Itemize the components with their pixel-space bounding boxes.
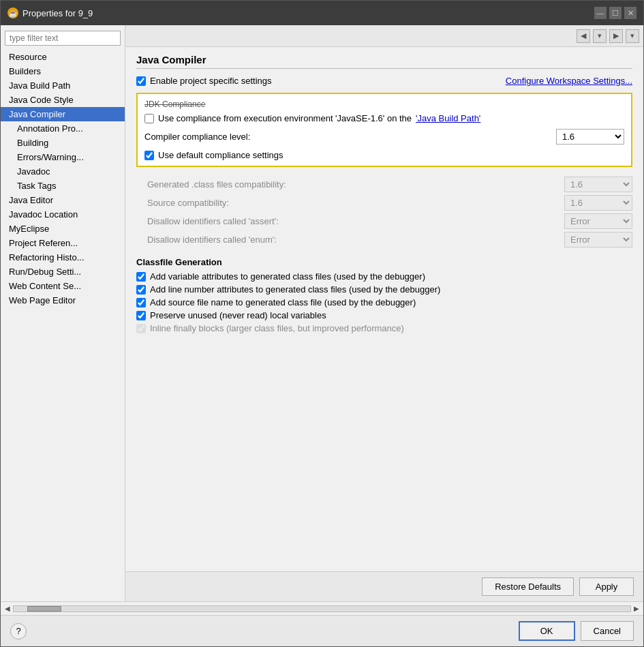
apply-button[interactable]: Apply	[579, 577, 634, 596]
close-button[interactable]: ✕	[624, 7, 637, 19]
sidebar: ResourceBuildersJava Build PathJava Code…	[1, 25, 125, 601]
classfile-check-row: Inline finally blocks (larger class file…	[136, 323, 632, 333]
classfile-check-row: Add line number attributes to generated …	[136, 284, 632, 295]
use-compliance-row: Use compliance from execution environmen…	[144, 113, 624, 123]
back-dropdown-button[interactable]: ▾	[593, 29, 607, 43]
right-panel: ◀ ▾ ▶ ▾ Java Compiler Enable project spe…	[125, 25, 643, 601]
classfile-checkbox[interactable]	[136, 311, 146, 320]
classfile-check-label: Preserve unused (never read) local varia…	[150, 310, 326, 320]
title-controls: — ☐ ✕	[594, 7, 637, 19]
classfile-checkbox	[136, 324, 146, 333]
forward-dropdown-button[interactable]: ▾	[626, 29, 639, 43]
use-compliance-text: Use compliance from execution environmen…	[158, 113, 412, 123]
panel-content: Java Compiler Enable project specific se…	[125, 47, 643, 571]
classfile-checkbox[interactable]	[136, 298, 146, 307]
classfile-check-row: Preserve unused (never read) local varia…	[136, 310, 632, 320]
scroll-right-button[interactable]: ▶	[634, 605, 639, 612]
sub-setting-row: Disallow identifiers called 'enum':Error	[147, 230, 632, 249]
enable-left: Enable project specific settings	[136, 76, 271, 86]
sub-setting-label: Disallow identifiers called 'enum':	[147, 235, 277, 245]
sub-setting-label: Disallow identifiers called 'assert':	[147, 216, 279, 226]
sub-setting-select: Error	[564, 232, 632, 247]
jdk-section: JDK Compliance Use compliance from execu…	[136, 93, 632, 167]
sub-setting-label: Source compatibility:	[147, 198, 229, 208]
final-bar: ? OK Cancel	[1, 615, 643, 646]
sidebar-item-javadoc[interactable]: Javadoc	[1, 164, 125, 179]
classfile-section: Classfile Generation Add variable attrib…	[136, 257, 632, 333]
enable-row: Enable project specific settings Configu…	[136, 76, 632, 86]
sidebar-items-container: ResourceBuildersJava Build PathJava Code…	[1, 50, 125, 307]
classfile-checkbox[interactable]	[136, 272, 146, 282]
panel-title: Java Compiler	[136, 54, 632, 69]
sidebar-item-web-page-editor[interactable]: Web Page Editor	[1, 293, 125, 307]
scroll-track[interactable]	[13, 605, 631, 612]
use-default-row: Use default compliance settings	[144, 150, 624, 160]
classfile-check-label: Inline finally blocks (larger class file…	[150, 323, 404, 333]
compiler-compliance-label: Compiler compliance level:	[144, 132, 250, 142]
sidebar-item-annotation-processing[interactable]: Annotation Pro...	[1, 121, 125, 136]
panel-toolbar: ◀ ▾ ▶ ▾	[125, 25, 643, 47]
properties-dialog: ☕ Properties for 9_9 — ☐ ✕ ResourceBuild…	[0, 0, 644, 647]
classfile-checkbox[interactable]	[136, 285, 146, 295]
sidebar-item-refactoring-history[interactable]: Refactoring Histo...	[1, 250, 125, 265]
title-bar-left: ☕ Properties for 9_9	[7, 7, 93, 18]
use-default-compliance-label: Use default compliance settings	[158, 150, 283, 160]
enable-project-settings-label: Enable project specific settings	[150, 76, 271, 86]
classfile-check-label: Add line number attributes to generated …	[150, 284, 440, 295]
compiler-compliance-select[interactable]: 1.6 1.5 1.7	[556, 129, 624, 145]
sidebar-item-builders[interactable]: Builders	[1, 64, 125, 78]
sub-setting-select: 1.6	[564, 177, 632, 192]
ok-button[interactable]: OK	[519, 621, 575, 641]
cancel-button[interactable]: Cancel	[581, 621, 634, 641]
scroll-thumb[interactable]	[27, 606, 61, 612]
sub-setting-select: 1.6	[564, 195, 632, 211]
compliance-level-row: Compiler compliance level: 1.6 1.5 1.7	[144, 129, 624, 145]
maximize-button[interactable]: ☐	[609, 7, 622, 19]
bottom-bar: Restore Defaults Apply	[125, 571, 643, 601]
help-button[interactable]: ?	[10, 623, 27, 640]
sidebar-item-java-compiler[interactable]: Java Compiler	[1, 107, 125, 121]
enable-project-settings-checkbox[interactable]	[136, 76, 146, 86]
sidebar-item-myeclipse[interactable]: MyEclipse	[1, 222, 125, 236]
classfile-check-label: Add source file name to generated class …	[150, 297, 416, 307]
configure-workspace-link[interactable]: Configure Workspace Settings...	[506, 76, 632, 86]
classfile-check-row: Add source file name to generated class …	[136, 297, 632, 307]
sub-settings: Generated .class files compatibility:1.6…	[147, 175, 632, 249]
sidebar-item-project-references[interactable]: Project Referen...	[1, 236, 125, 250]
sidebar-item-web-content-settings[interactable]: Web Content Se...	[1, 279, 125, 293]
sidebar-item-task-tags[interactable]: Task Tags	[1, 179, 125, 193]
sub-setting-row: Generated .class files compatibility:1.6	[147, 175, 632, 194]
sidebar-item-run-debug-settings[interactable]: Run/Debug Setti...	[1, 265, 125, 279]
dialog-body: ResourceBuildersJava Build PathJava Code…	[1, 25, 643, 646]
sidebar-item-javadoc-location[interactable]: Javadoc Location	[1, 207, 125, 222]
sub-setting-select: Error	[564, 213, 632, 229]
filter-input[interactable]	[5, 31, 121, 46]
final-bar-right: OK Cancel	[519, 621, 634, 641]
window-title: Properties for 9_9	[22, 8, 93, 18]
restore-defaults-button[interactable]: Restore Defaults	[482, 577, 574, 596]
use-default-compliance-checkbox[interactable]	[144, 151, 154, 160]
sidebar-item-building[interactable]: Building	[1, 136, 125, 150]
forward-button[interactable]: ▶	[609, 29, 623, 43]
main-content: ResourceBuildersJava Build PathJava Code…	[1, 25, 643, 601]
app-icon: ☕	[7, 7, 18, 18]
scrollbar-area: ◀ ▶	[1, 601, 643, 615]
sub-setting-row: Source compatibility:1.6	[147, 194, 632, 212]
classfile-check-label: Add variable attributes to generated cla…	[150, 271, 425, 282]
sidebar-item-resource[interactable]: Resource	[1, 50, 125, 64]
classfile-check-row: Add variable attributes to generated cla…	[136, 271, 632, 282]
jdk-section-label: JDK Compliance	[144, 100, 624, 109]
sidebar-item-java-build-path[interactable]: Java Build Path	[1, 78, 125, 93]
title-bar: ☕ Properties for 9_9 — ☐ ✕	[1, 1, 643, 25]
scroll-left-button[interactable]: ◀	[5, 605, 10, 612]
back-button[interactable]: ◀	[577, 29, 590, 43]
classfile-title: Classfile Generation	[136, 257, 632, 267]
java-build-path-link[interactable]: 'Java Build Path'	[416, 113, 480, 123]
sidebar-item-errors-warnings[interactable]: Errors/Warning...	[1, 150, 125, 164]
use-compliance-checkbox[interactable]	[144, 114, 154, 123]
minimize-button[interactable]: —	[594, 7, 607, 19]
sidebar-item-java-code-style[interactable]: Java Code Style	[1, 93, 125, 107]
sidebar-item-java-editor[interactable]: Java Editor	[1, 193, 125, 207]
classfile-checks-container: Add variable attributes to generated cla…	[136, 271, 632, 333]
sub-setting-label: Generated .class files compatibility:	[147, 179, 286, 190]
